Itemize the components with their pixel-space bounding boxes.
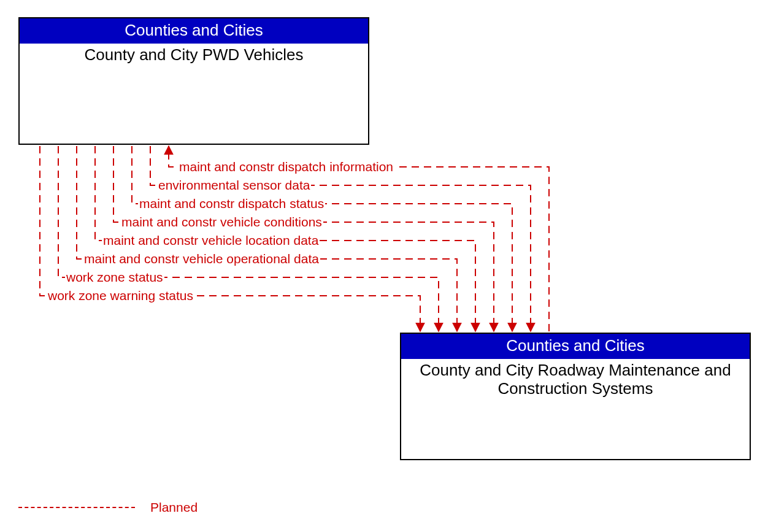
node-bottom-box: Counties and Cities County and City Road… [400,333,751,460]
flow-label-workzone-status: work zone status [65,271,164,283]
node-bottom-header: Counties and Cities [401,334,750,359]
flow-label-vehicle-location: maint and constr vehicle location data [102,234,320,247]
flow-label-env-sensor: environmental sensor data [157,179,311,191]
node-top-body: County and City PWD Vehicles [20,44,368,67]
flow-label-dispatch-status: maint and constr dispatch status [138,197,325,210]
flow-label-vehicle-conditions: maint and constr vehicle conditions [120,215,323,228]
flow-label-dispatch-info: maint and constr dispatch information [178,160,394,173]
node-top-header: Counties and Cities [20,18,368,44]
legend-planned-line [18,507,135,508]
node-bottom-body: County and City Roadway Maintenance and … [401,359,750,401]
node-top-box: Counties and Cities County and City PWD … [18,17,369,145]
flow-label-vehicle-operational: maint and constr vehicle operational dat… [83,252,320,265]
flow-label-workzone-warning: work zone warning status [47,289,194,302]
legend-planned-label: Planned [150,500,198,515]
